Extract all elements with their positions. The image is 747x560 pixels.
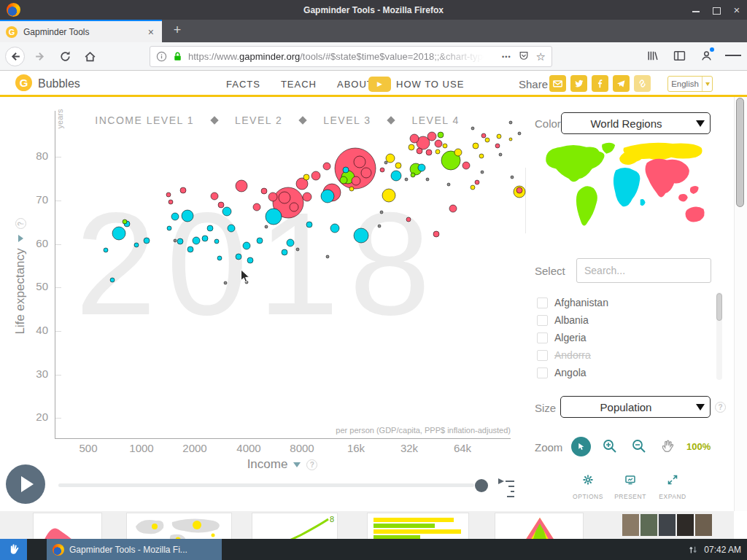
country-bubble[interactable] xyxy=(426,149,432,155)
country-bubble[interactable] xyxy=(330,224,339,233)
country-bubble[interactable] xyxy=(340,176,347,184)
country-bubble[interactable] xyxy=(177,238,183,244)
page-scrollbar-thumb[interactable] xyxy=(736,98,744,207)
maximize-button[interactable] xyxy=(712,6,721,15)
country-bubble[interactable] xyxy=(454,149,462,156)
country-bubble[interactable] xyxy=(481,171,484,174)
country-bubble[interactable] xyxy=(247,257,253,263)
country-bubble[interactable] xyxy=(243,242,250,249)
help-icon[interactable]: ? xyxy=(306,459,317,470)
country-bubble[interactable] xyxy=(518,132,521,135)
country-bubble[interactable] xyxy=(296,248,299,251)
country-bubble[interactable] xyxy=(180,187,186,193)
country-bubble[interactable] xyxy=(438,132,444,138)
bookmark-star-icon[interactable]: ☆ xyxy=(536,50,546,63)
country-bubble[interactable] xyxy=(236,180,247,192)
country-bubble[interactable] xyxy=(405,178,408,181)
country-bubble[interactable] xyxy=(509,121,512,124)
language-select[interactable]: English xyxy=(667,76,713,92)
country-bubble[interactable] xyxy=(306,222,312,228)
country-bubble[interactable] xyxy=(110,278,115,282)
present-button[interactable]: PRESENT xyxy=(609,474,651,500)
forecast-toggle-icon[interactable] xyxy=(497,474,516,502)
country-bubble[interactable] xyxy=(449,205,457,212)
country-bubble[interactable] xyxy=(471,185,475,190)
country-checkbox[interactable] xyxy=(537,315,548,326)
expand-button[interactable]: EXPAND xyxy=(651,474,694,500)
country-bubble[interactable] xyxy=(352,176,360,185)
back-button[interactable] xyxy=(5,47,25,66)
link-share-icon[interactable] xyxy=(634,75,651,92)
new-tab-button[interactable]: + xyxy=(166,20,188,42)
country-bubble[interactable] xyxy=(253,203,260,211)
country-bubble[interactable] xyxy=(224,281,227,284)
country-bubble[interactable] xyxy=(282,249,287,255)
country-bubble[interactable] xyxy=(321,190,334,203)
country-bubble[interactable] xyxy=(391,171,401,181)
country-bubble[interactable] xyxy=(326,255,329,258)
country-bubble[interactable] xyxy=(417,148,422,154)
country-bubble[interactable] xyxy=(222,207,231,216)
country-bubble[interactable] xyxy=(112,227,125,240)
country-bubble[interactable] xyxy=(228,225,235,232)
options-button[interactable]: OPTIONS xyxy=(567,474,609,500)
cursor-tool-button[interactable] xyxy=(571,437,591,456)
country-list-item[interactable]: Algeria xyxy=(537,329,705,346)
color-dropdown[interactable]: World Regions xyxy=(561,112,711,134)
zoom-in-icon[interactable] xyxy=(602,438,618,454)
country-bubble[interactable] xyxy=(171,213,179,220)
country-checkbox[interactable] xyxy=(537,332,548,343)
country-bubble[interactable] xyxy=(418,164,425,171)
taskbar-window-button[interactable]: Gapminder Tools - Mozilla Fi... xyxy=(47,539,222,560)
mail-share-icon[interactable] xyxy=(549,75,566,92)
country-list-item[interactable]: Andorra xyxy=(537,346,705,364)
country-list-item[interactable]: Angola xyxy=(537,364,705,381)
sidebar-toggle-icon[interactable] xyxy=(671,47,687,64)
country-bubble[interactable] xyxy=(303,192,311,201)
country-bubble[interactable] xyxy=(384,161,387,164)
forward-button[interactable] xyxy=(31,47,50,66)
help-icon[interactable]: ? xyxy=(15,218,26,229)
country-bubble[interactable] xyxy=(343,167,349,173)
twitter-share-icon[interactable] xyxy=(570,75,587,92)
country-bubble[interactable] xyxy=(427,132,436,141)
country-checkbox[interactable] xyxy=(537,368,548,378)
reload-button[interactable] xyxy=(55,47,75,66)
telegram-share-icon[interactable] xyxy=(613,75,630,92)
country-bubble[interactable] xyxy=(485,138,489,142)
country-bubble[interactable] xyxy=(511,176,514,179)
country-list-scrollbar-thumb[interactable] xyxy=(716,293,722,321)
start-menu-button[interactable] xyxy=(0,539,27,560)
country-bubble[interactable] xyxy=(268,192,277,201)
country-bubble[interactable] xyxy=(354,156,365,168)
y-axis-title[interactable]: Life expectancy ? xyxy=(12,211,28,342)
country-bubble[interactable] xyxy=(443,144,447,148)
country-bubble[interactable] xyxy=(123,219,127,224)
browser-tab[interactable]: G Gapminder Tools × xyxy=(0,20,162,42)
world-regions-map[interactable] xyxy=(538,139,711,245)
country-bubble[interactable] xyxy=(144,238,150,244)
country-bubble[interactable] xyxy=(217,256,222,260)
country-search-input[interactable] xyxy=(576,258,711,283)
country-bubble[interactable] xyxy=(166,192,171,197)
country-bubble[interactable] xyxy=(266,209,282,225)
country-bubble[interactable] xyxy=(409,144,414,150)
country-bubble[interactable] xyxy=(499,153,502,156)
country-bubble[interactable] xyxy=(406,217,411,222)
country-checkbox[interactable] xyxy=(537,298,548,308)
country-checkbox[interactable] xyxy=(537,350,548,361)
country-bubble[interactable] xyxy=(426,178,429,181)
country-bubble[interactable] xyxy=(202,236,208,241)
size-dropdown[interactable]: Population xyxy=(560,396,711,418)
country-bubble[interactable] xyxy=(236,254,241,260)
country-bubble[interactable] xyxy=(380,211,383,214)
pocket-icon[interactable] xyxy=(519,50,529,63)
network-icon[interactable] xyxy=(688,545,698,555)
gapminder-logo-icon[interactable]: G xyxy=(15,74,32,91)
country-bubble[interactable] xyxy=(207,225,213,231)
country-bubble[interactable] xyxy=(349,187,354,191)
country-bubble[interactable] xyxy=(169,200,173,204)
country-bubble[interactable] xyxy=(187,246,193,252)
country-bubble[interactable] xyxy=(214,239,219,244)
close-button[interactable]: × xyxy=(732,6,741,15)
